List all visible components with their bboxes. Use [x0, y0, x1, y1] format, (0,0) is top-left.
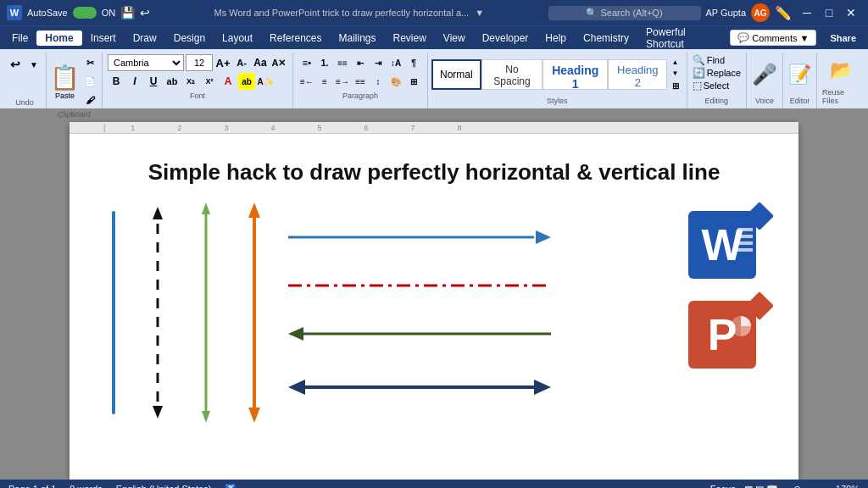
menu-mailings[interactable]: Mailings — [330, 30, 384, 46]
svg-marker-2 — [153, 406, 163, 419]
numbering-button[interactable]: 1. — [316, 54, 333, 71]
show-hide-button[interactable]: ¶ — [405, 54, 422, 71]
menu-references[interactable]: References — [261, 30, 330, 46]
decrease-font-button[interactable]: A- — [233, 54, 250, 71]
menu-chemistry[interactable]: Chemistry — [575, 30, 637, 46]
close-button[interactable]: ✕ — [841, 4, 861, 21]
subscript-button[interactable]: X₂ — [182, 73, 199, 90]
language: English (United States) — [116, 484, 212, 489]
paste-button[interactable]: 📋 Paste — [50, 64, 80, 100]
view-icons: ▦ ▤ 📖 — [744, 484, 778, 489]
top-right-area: 🔍 Search (Alt+Q) AP Gupta AG ✏️ ─ □ ✕ — [548, 3, 862, 22]
powerpoint-icon-large: P — [688, 301, 765, 377]
sort-button[interactable]: ↕A — [387, 54, 404, 71]
reuse-files-button[interactable]: 📂 — [830, 54, 853, 86]
minimize-button[interactable]: ─ — [797, 4, 817, 21]
undo-icon[interactable]: ↩ — [140, 6, 150, 19]
ruler: | 1 2 3 4 5 6 7 8 — [70, 122, 798, 134]
title-dropdown-icon[interactable]: ▼ — [475, 8, 484, 18]
increase-font-button[interactable]: A+ — [214, 54, 231, 71]
style-heading1[interactable]: Heading 1 — [542, 59, 608, 90]
document-page[interactable]: | 1 2 3 4 5 6 7 8 Simple hack to draw pe… — [70, 122, 798, 480]
change-case-button[interactable]: Aa — [252, 54, 269, 71]
underline-button[interactable]: U — [145, 73, 162, 90]
zoom-slider[interactable]: ─⊙──── — [787, 484, 827, 489]
decrease-indent-button[interactable]: ⇤ — [352, 54, 369, 71]
comments-button[interactable]: 💬 Comments ▼ — [730, 30, 816, 46]
focus-label[interactable]: Focus — [710, 484, 736, 488]
styles-label: Styles — [431, 95, 683, 107]
share-button[interactable]: Share — [821, 30, 865, 47]
menu-view[interactable]: View — [435, 30, 474, 46]
align-left-button[interactable]: ≡← — [298, 73, 315, 90]
borders-button[interactable]: ⊞ — [405, 73, 422, 90]
superscript-button[interactable]: X² — [201, 73, 218, 90]
svg-marker-5 — [202, 411, 210, 423]
menu-home[interactable]: Home — [36, 30, 81, 46]
styles-scroll-button[interactable]: ▲ ▼ ⊞ — [667, 54, 682, 95]
pen-icon[interactable]: ✏️ — [775, 5, 792, 21]
find-button[interactable]: 🔍 Find — [693, 54, 741, 66]
word-count: 9 words — [70, 484, 103, 489]
find-icon: 🔍 — [693, 54, 705, 66]
menu-developer[interactable]: Developer — [474, 30, 537, 46]
bullets-button[interactable]: ≡• — [298, 54, 315, 71]
align-right-button[interactable]: ≡→ — [334, 73, 351, 90]
line-spacing-button[interactable]: ↕ — [370, 73, 387, 90]
shading-button[interactable]: 🎨 — [387, 73, 404, 90]
replace-label: Replace — [707, 68, 741, 78]
redo-button[interactable]: ▼ — [25, 56, 42, 73]
menu-insert[interactable]: Insert — [82, 30, 125, 46]
dictate-button[interactable]: 🎤 — [752, 54, 777, 95]
undo-button[interactable]: ↩ — [7, 56, 24, 73]
format-painter-button[interactable]: 🖌 — [81, 92, 98, 108]
italic-button[interactable]: I — [126, 73, 143, 90]
user-initials: AG — [754, 8, 767, 18]
menu-file[interactable]: File — [3, 30, 36, 46]
text-effects-button[interactable]: A✨ — [257, 73, 274, 90]
menu-layout[interactable]: Layout — [214, 30, 261, 46]
autosave-label: AutoSave — [27, 8, 68, 18]
select-button[interactable]: ⬚ Select — [693, 80, 741, 92]
style-heading2[interactable]: Heading 2 — [608, 59, 667, 90]
style-normal[interactable]: Normal — [431, 59, 481, 90]
menu-review[interactable]: Review — [385, 30, 435, 46]
highlight-button[interactable]: ab — [238, 73, 255, 90]
word-icon: W — [7, 5, 22, 20]
svg-marker-0 — [153, 207, 163, 219]
comments-dropdown-icon: ▼ — [800, 33, 810, 43]
save-icon[interactable]: 💾 — [120, 6, 135, 19]
replace-icon: 🔄 — [693, 67, 705, 79]
font-size-input[interactable] — [186, 54, 213, 71]
bold-button[interactable]: B — [108, 73, 125, 90]
font-color-button[interactable]: A — [220, 73, 236, 90]
cut-button[interactable]: ✂ — [81, 54, 98, 71]
search-bar[interactable]: 🔍 Search (Alt+Q) — [548, 6, 701, 20]
autosave-toggle[interactable] — [73, 7, 97, 19]
menu-help[interactable]: Help — [537, 30, 575, 46]
title-bar-left: W AutoSave ON 💾 ↩ — [7, 5, 150, 20]
navy-double-arrow-line — [288, 375, 675, 399]
strikethrough-button[interactable]: ab — [164, 73, 181, 90]
menu-powerful-shortcut[interactable]: Powerful Shortcut — [637, 25, 730, 52]
page-count: Page 1 of 1 — [8, 484, 56, 489]
blue-vertical-line — [112, 211, 115, 414]
menu-draw[interactable]: Draw — [125, 30, 165, 46]
font-selector[interactable]: Cambria — [108, 54, 184, 71]
align-center-button[interactable]: ≡ — [316, 73, 333, 90]
copy-button[interactable]: 📄 — [81, 73, 98, 90]
svg-marker-12 — [288, 327, 303, 341]
increase-indent-button[interactable]: ⇥ — [370, 54, 387, 71]
search-placeholder: Search (Alt+Q) — [601, 8, 663, 18]
paste-label: Paste — [55, 92, 75, 100]
clear-format-button[interactable]: A✕ — [270, 54, 287, 71]
menu-design[interactable]: Design — [165, 30, 214, 46]
multilevel-list-button[interactable]: ≡≡ — [334, 54, 351, 71]
editor-button[interactable]: 📝 — [788, 54, 811, 95]
avatar: AG — [751, 3, 770, 22]
svg-marker-10 — [536, 230, 551, 244]
replace-button[interactable]: 🔄 Replace — [693, 67, 741, 79]
maximize-button[interactable]: □ — [819, 4, 839, 21]
style-nospacing[interactable]: No Spacing — [481, 59, 543, 90]
justify-button[interactable]: ≡≡ — [352, 73, 369, 90]
